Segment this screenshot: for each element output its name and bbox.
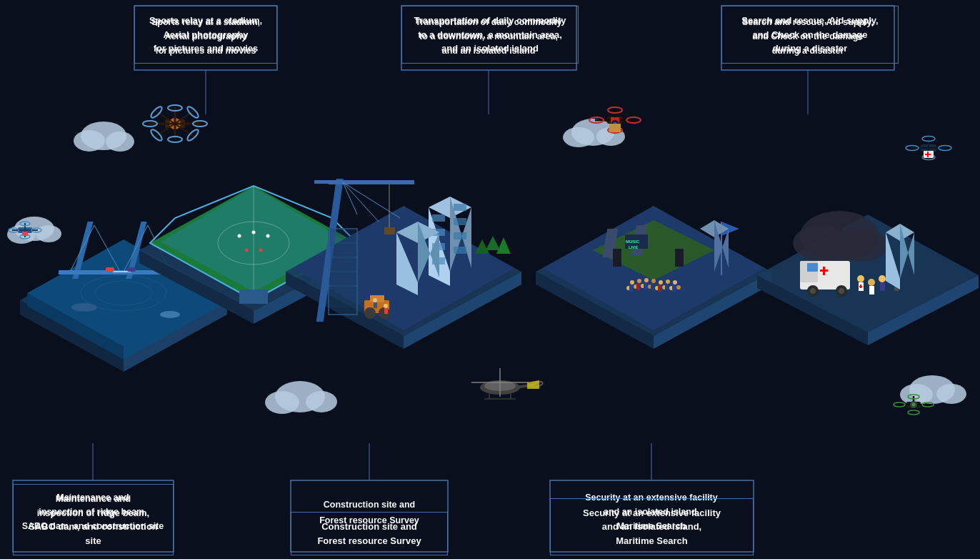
svg-rect-86 — [239, 290, 268, 304]
svg-point-171 — [666, 280, 670, 284]
svg-rect-121 — [314, 180, 343, 184]
caption-bottom-maintenance: Maintenance and inspection of ridge beam… — [13, 484, 174, 555]
svg-point-249 — [912, 403, 916, 407]
svg-rect-132 — [330, 229, 356, 307]
svg-rect-165 — [675, 249, 684, 267]
svg-point-37 — [265, 391, 299, 414]
svg-rect-240 — [925, 154, 931, 155]
svg-point-83 — [266, 234, 270, 238]
svg-point-38 — [306, 391, 337, 412]
svg-point-224 — [879, 275, 886, 282]
svg-point-217 — [839, 288, 844, 294]
svg-point-32 — [106, 132, 134, 152]
svg-point-170 — [659, 280, 663, 285]
svg-rect-164 — [613, 249, 621, 267]
svg-point-168 — [644, 278, 649, 282]
svg-point-166 — [630, 280, 634, 285]
svg-rect-213 — [820, 269, 828, 272]
svg-point-61 — [71, 303, 97, 312]
svg-rect-143 — [374, 302, 377, 308]
svg-rect-108 — [432, 214, 445, 222]
svg-rect-114 — [454, 232, 466, 239]
svg-point-208 — [834, 229, 888, 262]
svg-rect-184 — [651, 283, 654, 290]
svg-point-222 — [868, 279, 875, 286]
svg-point-44 — [936, 384, 966, 404]
svg-point-169 — [651, 279, 656, 283]
main-illustration: Sports relay at a stadium, Aerial photog… — [0, 0, 980, 559]
svg-point-35 — [36, 225, 61, 242]
svg-point-135 — [364, 307, 376, 319]
svg-rect-221 — [859, 286, 862, 287]
caption-bottom-security: Security at an extensive facility and an… — [550, 498, 754, 556]
svg-point-140 — [384, 304, 388, 308]
svg-point-62 — [160, 311, 180, 318]
svg-rect-211 — [807, 263, 818, 272]
svg-rect-63 — [106, 267, 114, 272]
svg-rect-72 — [22, 232, 28, 236]
svg-rect-225 — [880, 282, 885, 291]
svg-rect-113 — [454, 218, 466, 225]
svg-point-167 — [637, 279, 641, 283]
svg-text:LIVE: LIVE — [629, 245, 638, 249]
caption-bottom-construction: Construction site and Forest resource Su… — [291, 512, 448, 555]
svg-rect-181 — [629, 285, 633, 292]
svg-point-84 — [245, 249, 249, 252]
svg-point-142 — [373, 298, 377, 302]
caption-top-transportation: Transportation of daily commodity to a d… — [401, 6, 579, 64]
svg-rect-112 — [454, 204, 466, 211]
svg-rect-141 — [384, 308, 388, 314]
svg-rect-183 — [644, 282, 647, 290]
caption-top-search-rescue: Search and rescue, Aid supply, and Check… — [721, 6, 899, 64]
svg-text:Construction site and: Construction site and — [324, 500, 415, 510]
page-container: Sports relay at a stadium, Aerial photog… — [0, 0, 980, 559]
svg-point-81 — [238, 234, 241, 238]
svg-rect-115 — [454, 247, 466, 254]
svg-point-85 — [259, 249, 263, 252]
svg-text:MUSIC: MUSIC — [626, 239, 640, 244]
svg-point-216 — [810, 288, 816, 294]
svg-rect-186 — [665, 284, 669, 291]
svg-point-172 — [673, 280, 677, 285]
svg-rect-126 — [384, 227, 395, 234]
svg-rect-223 — [869, 286, 874, 295]
svg-point-218 — [857, 275, 864, 282]
svg-rect-134 — [370, 295, 384, 302]
caption-top-sports: Sports relay at a stadium, Aerial photog… — [134, 6, 277, 64]
svg-point-180 — [676, 285, 681, 290]
svg-rect-64 — [127, 267, 136, 272]
svg-rect-185 — [658, 285, 661, 292]
svg-rect-187 — [672, 285, 676, 292]
svg-point-40 — [563, 127, 594, 147]
svg-point-82 — [252, 231, 256, 234]
svg-rect-182 — [636, 283, 640, 290]
svg-rect-202 — [609, 124, 621, 132]
svg-point-31 — [74, 130, 105, 152]
